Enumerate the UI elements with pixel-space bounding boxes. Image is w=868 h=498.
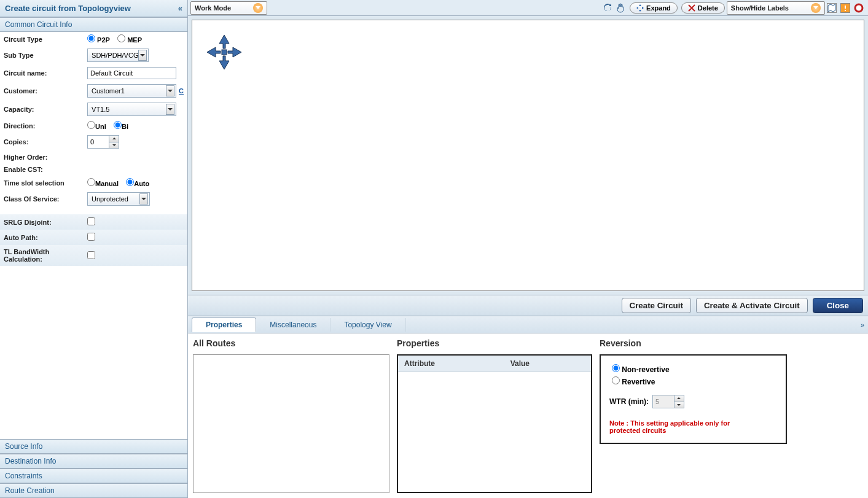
label-copies: Copies: xyxy=(0,133,84,151)
create-circuit-button[interactable]: Create Circuit xyxy=(622,298,691,313)
label-higher-order: Higher Order: xyxy=(0,151,84,163)
collapse-left-icon[interactable]: « xyxy=(178,4,182,13)
svg-rect-3 xyxy=(222,50,227,55)
chevron-down-icon xyxy=(139,193,148,204)
pan-navigator[interactable] xyxy=(205,33,244,72)
reversion-title: Reversion xyxy=(600,338,863,348)
label-direction: Direction: xyxy=(0,119,84,133)
radio-non-revertive[interactable] xyxy=(612,364,620,372)
chevron-down-icon xyxy=(253,3,263,13)
tab-properties[interactable]: Properties xyxy=(192,317,256,332)
dropdown-show-hide-labels[interactable]: Show/Hide Labels xyxy=(727,1,825,15)
section-constraints[interactable]: Constraints xyxy=(0,469,187,483)
label-cos: Class Of Service: xyxy=(0,190,84,208)
tab-topology-view[interactable]: Topology View xyxy=(330,318,405,332)
radio-uni[interactable] xyxy=(87,121,95,129)
create-activate-circuit-button[interactable]: Create & Activate Circuit xyxy=(696,298,808,313)
spinner-wtr[interactable] xyxy=(652,395,684,408)
chevron-down-icon xyxy=(138,50,147,61)
label-customer: Customer: xyxy=(0,82,84,100)
label-autopath: Auto Path: xyxy=(0,230,84,245)
expand-button[interactable]: Expand xyxy=(630,2,678,14)
input-circuit-name[interactable] xyxy=(87,67,176,79)
help-icon[interactable] xyxy=(854,3,864,13)
radio-mep[interactable] xyxy=(117,34,125,42)
select-cos[interactable]: Unprotected xyxy=(87,192,150,206)
toolbar: Work Mode Expand Delete Show/Hide Labels xyxy=(188,0,868,16)
label-tlbandwidth: TL BandWidth Calculation: xyxy=(0,245,84,266)
select-customer[interactable]: Customer1 xyxy=(87,84,176,98)
spinner-down-icon[interactable] xyxy=(674,402,684,408)
section-common-circuit-info[interactable]: Common Circuit Info xyxy=(0,17,187,32)
tab-miscellaneous[interactable]: Miscellaneous xyxy=(256,318,330,332)
label-circuit-name: Circuit name: xyxy=(0,64,84,82)
col-attribute: Attribute xyxy=(398,356,504,372)
radio-p2p[interactable] xyxy=(87,34,95,42)
checkbox-tlbandwidth[interactable] xyxy=(87,251,95,259)
label-enable-cst: Enable CST: xyxy=(0,163,84,176)
chevron-down-icon xyxy=(166,104,174,115)
tabs-bar: Properties Miscellaneous Topology View » xyxy=(188,316,868,333)
spinner-down-icon[interactable] xyxy=(109,142,119,149)
close-button[interactable]: Close xyxy=(813,298,863,313)
svg-rect-0 xyxy=(845,6,846,9)
left-panel: Create circuit from Topologyview « Commo… xyxy=(0,0,188,498)
label-srlg: SRLG Disjoint: xyxy=(0,214,84,230)
label-subtype: Sub Type xyxy=(0,46,84,64)
spinner-up-icon[interactable] xyxy=(109,136,119,142)
dropdown-work-mode[interactable]: Work Mode xyxy=(190,1,267,15)
spinner-up-icon[interactable] xyxy=(674,395,684,402)
collapse-tabs-icon[interactable]: » xyxy=(861,321,864,329)
all-routes-title: All Routes xyxy=(193,338,389,348)
customer-link[interactable]: C xyxy=(179,87,184,95)
checkbox-srlg[interactable] xyxy=(87,217,95,225)
properties-pane: All Routes Properties Attribute Value Re… xyxy=(188,333,868,498)
map-icon[interactable] xyxy=(827,3,837,13)
label-wtr: WTR (min): xyxy=(609,397,649,406)
chevron-down-icon xyxy=(166,85,174,96)
col-value: Value xyxy=(504,356,591,372)
input-wtr xyxy=(653,395,674,408)
svg-point-2 xyxy=(855,4,862,12)
hand-pan-icon[interactable] xyxy=(616,3,626,13)
topology-canvas[interactable] xyxy=(192,20,864,291)
label-capacity: Capacity: xyxy=(0,100,84,119)
warning-icon[interactable] xyxy=(840,3,850,13)
section-source-info[interactable]: Source Info xyxy=(0,439,187,454)
nav-accordion: Source Info Destination Info Constraints… xyxy=(0,439,187,498)
label-circuit-type: Circuit Type xyxy=(0,32,84,46)
form-body: Circuit Type P2P MEP Sub Type SDH/PDH/VC… xyxy=(0,32,187,439)
select-subtype[interactable]: SDH/PDH/VCG xyxy=(87,49,149,62)
radio-bi[interactable] xyxy=(114,121,122,129)
action-footer: Create Circuit Create & Activate Circuit… xyxy=(188,295,868,316)
panel-title-bar: Create circuit from Topologyview « xyxy=(0,0,187,17)
properties-title: Properties xyxy=(397,338,592,348)
label-timeslot: Time slot selection xyxy=(0,176,84,190)
radio-auto[interactable] xyxy=(126,178,134,186)
select-capacity[interactable]: VT1.5 xyxy=(87,103,176,116)
svg-rect-1 xyxy=(845,10,846,11)
delete-button[interactable]: Delete xyxy=(681,2,725,14)
panel-title: Create circuit from Topologyview xyxy=(5,4,131,13)
section-route-creation[interactable]: Route Creation xyxy=(0,483,187,498)
all-routes-list[interactable] xyxy=(193,354,389,493)
right-panel: Work Mode Expand Delete Show/Hide Labels xyxy=(188,0,868,498)
radio-revertive[interactable] xyxy=(612,376,620,384)
section-destination-info[interactable]: Destination Info xyxy=(0,454,187,469)
refresh-icon[interactable] xyxy=(603,3,612,13)
reversion-note: Note : This setting applicable only for … xyxy=(609,419,732,434)
input-copies[interactable] xyxy=(88,136,109,148)
radio-manual[interactable] xyxy=(87,178,95,186)
spinner-copies[interactable] xyxy=(87,135,119,149)
checkbox-autopath[interactable] xyxy=(87,233,95,241)
chevron-down-icon xyxy=(811,3,821,13)
